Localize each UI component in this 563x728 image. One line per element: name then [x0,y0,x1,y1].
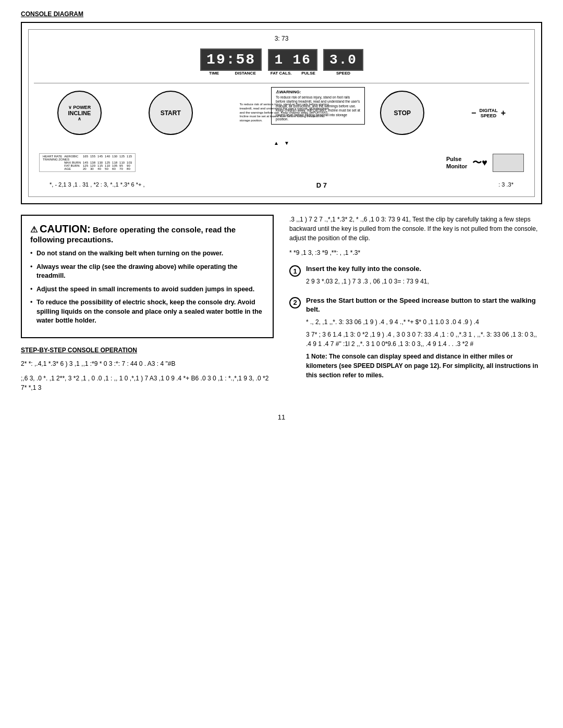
caution-box: ⚠CAUTION: Before operating the console, … [21,215,274,338]
digital-speed-label: DIGITALSPEED [479,108,497,118]
caution-item-1-text: Do not stand on the walking belt when tu… [36,250,223,257]
start-button[interactable]: START [149,91,193,135]
warning-text: To reduce risk of serious injury, stand … [276,95,360,122]
stop-button[interactable]: STOP [380,91,424,135]
incline-up-arrow: ∧ [68,116,91,121]
caution-word: CAUTION: [40,223,91,235]
step-1-header: Insert the key fully into the console. [306,265,542,274]
caution-item-3-text: Adjust the speed in small increments to … [36,286,254,293]
age-label: AGE [63,167,82,170]
nav-down-arrow[interactable]: ▼ [284,140,289,146]
d7-area: *, - 2,1 3 ,1 . 31 , *2 : 3, *.,1 *.3* 6… [34,179,529,191]
nav-up-arrow[interactable]: ▲ [274,140,279,146]
incline-circle[interactable]: ∨ POWER INCLINE ∧ [57,91,102,135]
step-2-detail-1: * ., 2, ,1 ,,*. 3: 33 06 ,1 9 ) .4 , 9 4… [306,317,542,327]
caution-item-1: Do not stand on the walking belt when tu… [30,249,264,258]
step-para-1: 2* *: ,.4,1 *.3* 6 ) 3 ,1 ,,1 :*9 * 0 3 … [21,359,274,368]
time-distance-labels: TIME DISTANCE [200,71,262,76]
step-2-note: 1 Note: The console can display speed an… [306,352,542,380]
display-section: 19:58 TIME DISTANCE 1 16 FAT CALS. PULSE [34,45,529,83]
display-readout-row: 19:58 TIME DISTANCE 1 16 FAT CALS. PULSE [200,48,363,76]
digital-speed-area: − DIGITALSPEED + [471,108,506,118]
caution-item-2: Always wear the clip (see the drawing ab… [30,263,264,281]
left-caption: *, - 2,1 3 ,1 . 31 , *2 : 3, *.,1 *.3* 6… [50,181,145,189]
step-2-header: Press the Start button or the Speed incr… [306,297,542,314]
hr-zone-data: HEART RATE AEROBIC 165155145140130125115… [42,155,133,170]
right-note: * *9 ,1 3, :3 *9 ,**: , ,1 *.3* [289,248,542,257]
step-section-title: STEP-BY-STEP CONSOLE OPERATION [21,347,274,354]
speed-decrease-button[interactable]: − [471,108,476,118]
time-display: 19:58 [200,48,262,71]
step-para-2: ;,6 3, .0 *. ,1 2**, 3 *2 ,1 , 0 .0 ,1 :… [21,374,274,392]
left-column: ⚠CAUTION: Before operating the console, … [21,215,274,398]
fatcals-label: FAT CALS. [265,71,297,76]
fatcals-labels: FAT CALS. PULSE [265,71,320,76]
warning-title: ⚠WARNING: [276,90,360,94]
console-diagram: 3: 73 19:58 TIME DISTANCE 1 16 FAT CALS. [21,22,542,204]
incline-label: INCLINE [68,110,91,116]
pulse-screen [493,154,524,172]
speed-labels: SPEED [336,71,350,76]
page-number: 11 [21,413,542,421]
caution-title: ⚠CAUTION: Before operating the console, … [30,223,264,244]
speed-display: 3.0 [323,49,363,71]
step-2-number: 2 [289,297,301,309]
caution-list: Do not stand on the walking belt when tu… [30,249,264,326]
bottom-section: HEART RATE AEROBIC 165155145140130125115… [34,149,529,176]
power-incline-button[interactable]: ∨ POWER INCLINE ∧ [57,91,102,135]
caution-icon: ⚠ [30,225,38,234]
caution-item-4-text: To reduce the possibility of electric sh… [36,299,262,324]
diagram-inner: 3: 73 19:58 TIME DISTANCE 1 16 FAT CALS. [28,29,535,197]
fatcals-group: 1 16 FAT CALS. PULSE [265,49,320,76]
console-diagram-title: CONSOLE DIAGRAM [21,10,542,18]
incline-down-arrow: ∨ POWER [68,105,91,110]
d7-label: D 7 [316,181,327,189]
main-content: ⚠CAUTION: Before operating the console, … [21,215,542,398]
diagram-top-label: 3: 73 [34,35,529,42]
pulse-monitor-area: PulseMonitor 〜♥ [446,154,524,172]
right-caption: : 3 .3* [498,181,513,189]
caution-item-2-text: Always wear the clip (see the drawing ab… [36,263,238,280]
speed-label: SPEED [336,71,350,76]
nav-arrows-row: ▲ ▼ [34,140,529,146]
hr-zone-table: HEART RATE AEROBIC 165155145140130125115… [39,153,136,172]
step-2-content: Press the Start button or the Speed incr… [306,297,542,383]
step-2-detail-2: 3 7* ; 3 6 1.4 ,1 3: 0 *2 ,1 9 ) .4 , 3 … [306,330,542,349]
warning-box: ⚠WARNING: To reduce risk of serious inju… [271,87,365,125]
caution-item-4: To reduce the possibility of electric sh… [30,298,264,326]
right-intro: .3 ,,1 ) 7 2 7 .,*,1 *.3* 2, * .,6 ,1 0 … [289,215,542,243]
fatcals-display: 1 16 [268,49,317,71]
pulse-label: PULSE [297,71,320,76]
step-1-detail: 2 9 3 *.03 2, ,1 ) 7 3 .3 , 06 ,1 0 3= :… [306,277,542,286]
step-2: 2 Press the Start button or the Speed in… [289,297,542,383]
time-distance-group: 19:58 TIME DISTANCE [200,48,262,76]
time-label: TIME [200,71,228,76]
step-1: 1 Insert the key fully into the console.… [289,265,542,289]
speed-increase-button[interactable]: + [501,108,506,118]
step-1-number: 1 [289,265,301,277]
step-1-content: Insert the key fully into the console. 2… [306,265,542,289]
distance-label: DISTANCE [228,71,262,76]
pulse-monitor-label: PulseMonitor [446,155,467,170]
step-2-note-text: 1 Note: The console can display speed an… [306,353,538,379]
right-column: .3 ,,1 ) 7 2 7 .,*,1 *.3* 2, * .,6 ,1 0 … [289,215,542,398]
pulse-wave-icon: 〜♥ [472,156,487,169]
caution-item-3: Adjust the speed in small increments to … [30,285,264,294]
speed-group: 3.0 SPEED [323,49,363,76]
